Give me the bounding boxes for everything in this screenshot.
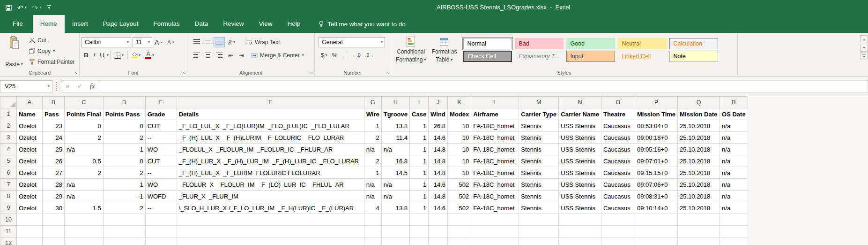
cell-P12[interactable] <box>635 237 677 245</box>
cell-C2[interactable]: 0 <box>65 120 104 132</box>
accounting-format-button[interactable]: $▾ <box>319 50 330 61</box>
cell-B8[interactable]: 29 <box>43 191 65 202</box>
cell-L1[interactable]: Airframe <box>471 108 519 120</box>
cell-C11[interactable] <box>65 226 104 237</box>
borders-button[interactable]: ▾ <box>112 50 126 61</box>
column-header-I[interactable]: I <box>410 97 429 108</box>
cell-C6[interactable]: 2 <box>65 167 104 179</box>
column-header-E[interactable]: E <box>145 97 177 108</box>
tab-home[interactable]: Home <box>33 15 65 33</box>
column-header-K[interactable]: K <box>448 97 471 108</box>
cell-F3[interactable]: _F_(H)_LUL_X _F_(H)LURIM _F_LOLURIC _FLO… <box>177 132 364 144</box>
font-color-button[interactable]: A ▾ <box>143 50 156 61</box>
cell-style-good[interactable]: Good <box>566 38 615 49</box>
cell-P2[interactable]: 08:53:04+0 <box>635 120 677 132</box>
row-header-7[interactable]: 7 <box>0 179 17 191</box>
cell-J4[interactable]: 14.8 <box>429 144 448 155</box>
cell-B9[interactable]: 30 <box>43 202 65 214</box>
cell-O7[interactable]: Caucasus <box>601 179 635 191</box>
number-format-select[interactable]: General▾ <box>319 37 385 47</box>
decrease-indent-button[interactable]: ⇤ <box>225 50 236 61</box>
cell-O4[interactable]: Caucasus <box>601 144 635 155</box>
column-header-Q[interactable]: Q <box>678 97 720 108</box>
cell-M4[interactable]: Stennis <box>519 144 559 155</box>
cell-N2[interactable]: USS Stennis <box>559 120 601 132</box>
cell-style-bad[interactable]: Bad <box>515 38 564 49</box>
cell-H12[interactable] <box>381 237 409 245</box>
cell-E2[interactable]: CUT <box>145 120 177 132</box>
column-header-P[interactable]: P <box>635 97 677 108</box>
cut-button[interactable]: Cut <box>28 35 76 46</box>
cell-O12[interactable] <box>601 237 635 245</box>
cell-D4[interactable]: 1 <box>103 144 145 155</box>
align-left-button[interactable] <box>191 50 202 61</box>
cell-Q12[interactable] <box>678 237 720 245</box>
number-dialog-launcher[interactable]: ↘ <box>386 70 389 75</box>
cell-B1[interactable]: Pass <box>43 108 65 120</box>
increase-decimal-button[interactable]: ←.0 <box>349 50 363 61</box>
cell-N11[interactable] <box>559 226 601 237</box>
cell-style-explanatory-t[interactable]: Explanatory T... <box>515 51 564 62</box>
tab-data[interactable]: Data <box>187 15 216 33</box>
increase-font-size-button[interactable]: A▲ <box>152 37 165 47</box>
cell-L12[interactable] <box>471 237 519 245</box>
cell-P3[interactable]: 09:00:18+0 <box>635 132 677 144</box>
cell-I2[interactable]: 1 <box>410 120 429 132</box>
cell-G6[interactable]: 1 <box>364 167 381 179</box>
cell-E3[interactable]: -- <box>145 132 177 144</box>
cell-I7[interactable]: 1 <box>410 179 429 191</box>
cell-F5[interactable]: _F_(H)_LUR_X _F_(H)_LUR_IM _F_(H)_LUR_IC… <box>177 155 364 167</box>
cell-M1[interactable]: Carrier Type <box>519 108 559 120</box>
cell-F1[interactable]: Details <box>177 108 364 120</box>
cell-L3[interactable]: FA-18C_hornet <box>471 132 519 144</box>
clipboard-dialog-launcher[interactable]: ↘ <box>74 70 78 75</box>
cell-H1[interactable]: Tgroove <box>381 108 409 120</box>
cell-G10[interactable] <box>364 214 381 226</box>
undo-button[interactable]: ↶▾ <box>17 4 27 11</box>
row-header-5[interactable]: 5 <box>0 155 17 167</box>
cell-I12[interactable] <box>410 237 429 245</box>
cell-A6[interactable]: Ozelot <box>17 167 43 179</box>
cell-H11[interactable] <box>381 226 409 237</box>
cell-A5[interactable]: Ozelot <box>17 155 43 167</box>
cell-style-neutral[interactable]: Neutral <box>618 38 667 49</box>
cell-R5[interactable]: n/a <box>720 155 748 167</box>
cell-N9[interactable]: USS Stennis <box>559 202 601 214</box>
column-header-G[interactable]: G <box>364 97 381 108</box>
cell-O5[interactable]: Caucasus <box>601 155 635 167</box>
enter-icon[interactable]: ✓ <box>74 83 86 90</box>
cell-style-linked-cell[interactable]: Linked Cell <box>618 51 667 62</box>
column-header-A[interactable]: A <box>17 97 43 108</box>
cell-K7[interactable]: 502 <box>448 179 471 191</box>
cell-I8[interactable]: 1 <box>410 191 429 202</box>
cell-L10[interactable] <box>471 214 519 226</box>
name-box[interactable]: V25 ▾ <box>0 80 52 92</box>
cell-G8[interactable]: n/a <box>364 191 381 202</box>
row-header-1[interactable]: 1 <box>0 108 17 120</box>
cell-style-input[interactable]: Input <box>566 51 615 62</box>
cell-H6[interactable]: 14.5 <box>381 167 409 179</box>
cell-E10[interactable] <box>145 214 177 226</box>
cell-L11[interactable] <box>471 226 519 237</box>
cell-G3[interactable]: 2 <box>364 132 381 144</box>
tab-file[interactable]: File <box>3 15 33 33</box>
formula-bar-handle[interactable] <box>56 82 58 91</box>
alignment-dialog-launcher[interactable]: ↘ <box>309 70 313 75</box>
cell-N6[interactable]: USS Stennis <box>559 167 601 179</box>
cell-E11[interactable] <box>145 226 177 237</box>
cell-O9[interactable]: Caucasus <box>601 202 635 214</box>
format-painter-button[interactable]: Format Painter <box>28 56 76 67</box>
cell-C5[interactable]: 0.5 <box>65 155 104 167</box>
copy-button[interactable]: Copy▾ <box>28 46 76 56</box>
cell-M7[interactable]: Stennis <box>519 179 559 191</box>
cell-F10[interactable] <box>177 214 364 226</box>
column-header-M[interactable]: M <box>519 97 559 108</box>
cell-D9[interactable]: 2 <box>103 202 145 214</box>
cell-F8[interactable]: _FLUR_X _FLUR_IM <box>177 191 364 202</box>
font-size-select[interactable]: 11▾ <box>133 37 152 47</box>
merge-center-button[interactable]: Merge & Center▾ <box>249 50 306 61</box>
row-header-8[interactable]: 8 <box>0 191 17 202</box>
middle-align-button[interactable] <box>202 37 214 47</box>
cell-O10[interactable] <box>601 214 635 226</box>
cell-M3[interactable]: Stennis <box>519 132 559 144</box>
